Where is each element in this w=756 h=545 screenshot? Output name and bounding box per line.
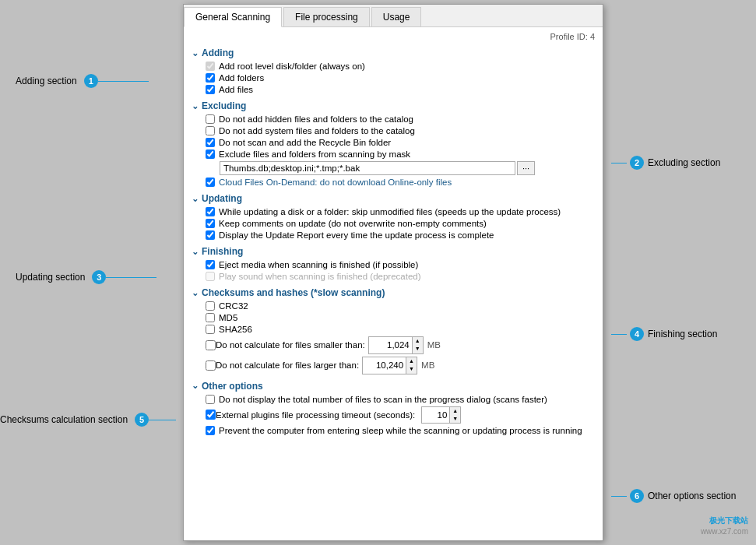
- checksums-chevron-icon: ⌄: [192, 288, 199, 298]
- larger-up-button[interactable]: ▲: [406, 357, 417, 365]
- annotation-finishing-line: [611, 334, 627, 335]
- list-item: Keep comments on update (do not overwrit…: [206, 219, 595, 228]
- skip-unmodified-checkbox[interactable]: [206, 207, 215, 216]
- plugin-timeout-checkbox[interactable]: [206, 410, 216, 420]
- keep-comments-checkbox[interactable]: [206, 219, 215, 228]
- list-item: MD5: [206, 313, 595, 322]
- no-total-count-checkbox[interactable]: [206, 395, 215, 404]
- list-item: While updating a disk or a folder: skip …: [206, 207, 595, 216]
- tab-usage[interactable]: Usage: [371, 7, 422, 26]
- annotation-other-badge: 6: [630, 489, 644, 503]
- sha256-label: SHA256: [219, 325, 252, 334]
- smaller-spinbox: ▲ ▼: [368, 336, 424, 354]
- cloud-files-label: Cloud Files On-Demand: do not download O…: [219, 178, 452, 187]
- cloud-files-checkbox[interactable]: [206, 178, 215, 187]
- add-folders-checkbox[interactable]: [206, 73, 215, 83]
- skip-unmodified-label: While updating a disk or a folder: skip …: [219, 207, 561, 216]
- add-files-checkbox[interactable]: [206, 85, 215, 94]
- annotation-other-line: [611, 496, 627, 497]
- smaller-arrows: ▲ ▼: [412, 337, 423, 353]
- checksums-section-content: CRC32 MD5 SHA256 Do not calculate for fi…: [192, 301, 595, 374]
- annotation-updating-badge: 3: [92, 270, 106, 284]
- no-recycle-label: Do not scan and add the Recycle Bin fold…: [219, 138, 391, 147]
- plugin-timeout-label: External plugins file processing timeout…: [216, 410, 415, 420]
- other-section-content: Do not display the total number of files…: [192, 395, 595, 436]
- smaller-down-button[interactable]: ▼: [413, 345, 423, 353]
- annotation-adding-text: Adding section: [16, 76, 77, 86]
- checksums-title: Checksums and hashes (*slow scanning): [202, 287, 385, 298]
- smaller-value-input[interactable]: [369, 339, 412, 350]
- finishing-title: Finishing: [202, 246, 243, 257]
- add-files-label: Add files: [219, 85, 253, 94]
- add-root-label: Add root level disk/folder (always on): [219, 62, 365, 71]
- finishing-section-header[interactable]: ⌄ Finishing: [192, 246, 595, 257]
- keep-comments-label: Keep comments on update (do not overwrit…: [219, 219, 487, 228]
- plugin-timeout-input[interactable]: [422, 410, 449, 420]
- larger-spinbox: ▲ ▼: [362, 357, 417, 374]
- annotation-adding-badge: 1: [84, 74, 98, 88]
- smaller-up-button[interactable]: ▲: [413, 337, 423, 345]
- list-item: CRC32: [206, 301, 595, 311]
- larger-value-input[interactable]: [363, 360, 406, 371]
- prevent-sleep-checkbox[interactable]: [206, 426, 215, 435]
- checksums-section-header[interactable]: ⌄ Checksums and hashes (*slow scanning): [192, 287, 595, 298]
- no-hidden-checkbox[interactable]: [206, 114, 215, 124]
- finishing-chevron-icon: ⌄: [192, 247, 199, 257]
- no-hidden-label: Do not add hidden files and folders to t…: [219, 114, 413, 124]
- plugin-timeout-up-button[interactable]: ▲: [450, 407, 460, 415]
- annotation-adding-line: [98, 81, 149, 82]
- list-item: Play sound when scanning is finished (de…: [206, 272, 595, 281]
- excluding-section-header[interactable]: ⌄ Excluding: [192, 100, 595, 111]
- md5-label: MD5: [219, 313, 237, 322]
- plugin-timeout-arrows: ▲ ▼: [449, 407, 460, 424]
- md5-checkbox[interactable]: [206, 313, 215, 322]
- tab-general-scanning[interactable]: General Scanning: [184, 7, 282, 27]
- list-item: Do not add hidden files and folders to t…: [206, 114, 595, 124]
- annotation-other: 6 Other options section: [611, 489, 740, 503]
- eject-media-checkbox[interactable]: [206, 260, 215, 269]
- larger-than-row: Do not calculate for files larger than: …: [206, 357, 595, 374]
- adding-section-header[interactable]: ⌄ Adding: [192, 47, 595, 58]
- add-root-checkbox[interactable]: [206, 62, 215, 71]
- dialog-body: Profile ID: 4 ⌄ Adding Add root level di…: [184, 27, 603, 540]
- other-chevron-icon: ⌄: [192, 381, 199, 391]
- other-section-header[interactable]: ⌄ Other options: [192, 381, 595, 392]
- larger-down-button[interactable]: ▼: [406, 365, 417, 373]
- crc32-label: CRC32: [219, 301, 248, 311]
- smaller-than-checkbox[interactable]: [206, 340, 216, 350]
- profile-id: Profile ID: 4: [192, 32, 595, 41]
- adding-chevron-icon: ⌄: [192, 48, 199, 58]
- annotation-checksums: Checksums calculation section 5: [0, 413, 176, 427]
- annotation-finishing-text: Finishing section: [648, 329, 717, 339]
- larger-than-checkbox[interactable]: [206, 360, 216, 371]
- exclude-mask-label: Exclude files and folders from scanning …: [219, 149, 410, 159]
- larger-unit: MB: [421, 360, 434, 370]
- updating-section-content: While updating a disk or a folder: skip …: [192, 207, 595, 240]
- no-system-checkbox[interactable]: [206, 126, 215, 135]
- mask-dots-button[interactable]: ···: [517, 161, 535, 175]
- annotation-excluding-line: [611, 163, 627, 164]
- list-item: Add root level disk/folder (always on): [206, 62, 595, 71]
- annotation-checksums-text: Checksums calculation section: [0, 414, 128, 425]
- larger-than-label: Do not calculate for files larger than:: [216, 360, 359, 370]
- display-report-checkbox[interactable]: [206, 230, 215, 240]
- crc32-checkbox[interactable]: [206, 301, 215, 311]
- annotation-updating-line: [106, 277, 156, 278]
- annotation-excluding: 2 Excluding section: [611, 156, 724, 170]
- annotation-updating: Updating section 3: [16, 270, 156, 284]
- tab-file-processing[interactable]: File processing: [283, 7, 370, 26]
- list-item: Display the Update Report every time the…: [206, 230, 595, 240]
- sha256-checkbox[interactable]: [206, 325, 215, 334]
- adding-title: Adding: [202, 47, 234, 58]
- exclude-mask-checkbox[interactable]: [206, 149, 215, 159]
- larger-arrows: ▲ ▼: [406, 357, 417, 374]
- updating-chevron-icon: ⌄: [192, 194, 199, 204]
- finishing-section-content: Eject media when scanning is finished (i…: [192, 260, 595, 281]
- mask-input[interactable]: [220, 161, 515, 175]
- plugin-timeout-down-button[interactable]: ▼: [450, 415, 460, 423]
- smaller-than-label: Do not calculate for files smaller than:: [216, 340, 365, 350]
- watermark: 极光下载站 www.xz7.com: [701, 515, 748, 537]
- updating-section-header[interactable]: ⌄ Updating: [192, 193, 595, 204]
- no-recycle-checkbox[interactable]: [206, 138, 215, 147]
- mask-input-row: ···: [220, 161, 595, 175]
